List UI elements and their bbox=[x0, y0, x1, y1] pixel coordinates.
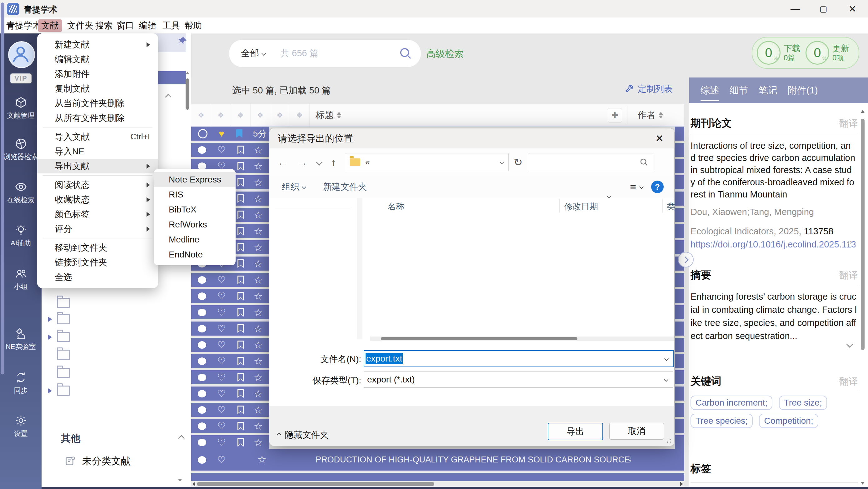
section-collapse-icon[interactable] bbox=[165, 94, 172, 100]
export-button[interactable]: 导出 bbox=[548, 423, 603, 440]
address-bar[interactable]: « bbox=[345, 153, 509, 171]
menu-item-del-current[interactable]: 从当前文件夹删除 bbox=[37, 96, 158, 111]
advanced-search-link[interactable]: 高级检索 bbox=[426, 48, 464, 60]
expand-arrow-icon[interactable] bbox=[48, 388, 52, 394]
keyword-chip[interactable]: Competition; bbox=[759, 414, 818, 428]
search-bar[interactable]: 全部 共 656 篇 bbox=[229, 39, 421, 67]
menu-item-attach[interactable]: 添加附件 bbox=[37, 66, 158, 81]
read-state-icon[interactable] bbox=[198, 129, 208, 139]
keyword-chip[interactable]: Carbon increment; bbox=[690, 396, 772, 410]
status-badges[interactable]: 0 % 下载 0篇 0 % 更新 0项 bbox=[752, 37, 859, 69]
menubar-item-literature[interactable]: 文献 bbox=[38, 19, 62, 32]
favorite-heart-icon[interactable]: ♡ bbox=[217, 275, 226, 285]
menu-item-export[interactable]: 导出文献 bbox=[37, 159, 158, 174]
list-row[interactable]: ♡ ☆ bbox=[191, 143, 269, 157]
list-row[interactable]: ♡ ☆ bbox=[191, 419, 269, 433]
favorite-heart-icon[interactable]: ♡ bbox=[217, 405, 226, 415]
sidebar-item-settings[interactable]: 设置 bbox=[0, 414, 41, 438]
menu-item-rating[interactable]: 评分 bbox=[37, 221, 158, 236]
sort-icons[interactable] bbox=[659, 112, 663, 118]
favorite-heart-icon[interactable]: ♡ bbox=[217, 308, 226, 317]
bookmark-icon[interactable] bbox=[236, 129, 243, 138]
star-icon[interactable]: ☆ bbox=[254, 389, 263, 399]
keyword-chip[interactable]: Tree size; bbox=[779, 396, 827, 410]
dialog-hscrollbar-thumb[interactable] bbox=[381, 337, 578, 340]
icon-column[interactable]: ❖ bbox=[230, 104, 251, 126]
star-icon[interactable]: ☆ bbox=[254, 145, 263, 155]
icon-column[interactable]: ❖ bbox=[250, 104, 270, 126]
bookmark-icon[interactable] bbox=[238, 146, 244, 154]
color-tag-column[interactable]: ❖ bbox=[191, 104, 211, 126]
list-row-fragment[interactable] bbox=[675, 305, 684, 319]
menu-item-copy[interactable]: 复制文献 bbox=[37, 81, 158, 96]
list-row-fragment[interactable] bbox=[675, 387, 684, 401]
icon-column[interactable]: ❖ bbox=[270, 104, 290, 126]
dialog-title-bar[interactable]: 请选择导出的位置 ✕ bbox=[269, 128, 674, 148]
list-row-fragment[interactable] bbox=[675, 126, 684, 141]
history-chevron-icon[interactable] bbox=[316, 159, 322, 165]
favorite-heart-icon[interactable]: ♡ bbox=[217, 145, 226, 155]
star-icon[interactable]: ☆ bbox=[254, 161, 263, 171]
menubar-item-folders[interactable]: 文件夹 bbox=[64, 19, 97, 32]
read-state-icon[interactable] bbox=[198, 309, 206, 316]
folder-scrollbar-thumb[interactable] bbox=[186, 79, 189, 110]
star-icon[interactable]: ☆ bbox=[254, 242, 263, 252]
menu-item-import[interactable]: 导入文献Ctrl+I bbox=[37, 129, 158, 144]
list-row-fragment[interactable] bbox=[675, 175, 684, 189]
bookmark-icon[interactable] bbox=[238, 194, 244, 203]
bookmark-icon[interactable] bbox=[238, 227, 244, 235]
sidebar-item-online-search[interactable]: 在线检索 bbox=[0, 180, 41, 205]
bookmark-icon[interactable] bbox=[238, 292, 244, 300]
list-row[interactable]: ♡ ☆ bbox=[191, 289, 269, 303]
star-icon[interactable]: ☆ bbox=[254, 356, 263, 366]
bookmark-icon[interactable] bbox=[238, 243, 244, 251]
column-type[interactable]: 类 bbox=[667, 201, 675, 212]
star-icon[interactable]: ☆ bbox=[254, 275, 263, 285]
filetype-dropdown-icon[interactable] bbox=[664, 377, 668, 382]
list-row-fragment[interactable] bbox=[675, 403, 684, 417]
menubar-item-search[interactable]: 搜索 bbox=[92, 19, 116, 32]
star-icon[interactable]: ☆ bbox=[254, 226, 263, 236]
submenu-bibtex[interactable]: BibTeX bbox=[154, 202, 236, 217]
folder-tree-row[interactable] bbox=[48, 368, 70, 378]
list-row[interactable]: ♡ ☆ bbox=[191, 370, 269, 384]
tab-details[interactable]: 细节 bbox=[730, 78, 748, 103]
star-icon[interactable]: ☆ bbox=[254, 372, 263, 383]
scroll-left-icon[interactable] bbox=[192, 482, 195, 486]
favorite-heart-icon[interactable]: ♥ bbox=[219, 129, 224, 139]
read-state-icon[interactable] bbox=[198, 162, 206, 170]
sidebar-item-ne-lab[interactable]: NE实验室 bbox=[0, 327, 41, 352]
submenu-ris[interactable]: RIS bbox=[154, 187, 236, 202]
view-mode-icon[interactable]: ≡ bbox=[630, 181, 636, 193]
read-state-icon[interactable] bbox=[198, 341, 206, 349]
scroll-up-icon[interactable] bbox=[186, 71, 189, 74]
read-state-icon[interactable] bbox=[198, 358, 206, 365]
bookmark-icon[interactable] bbox=[238, 162, 244, 170]
list-row-fragment[interactable] bbox=[675, 143, 684, 157]
star-icon[interactable]: ☆ bbox=[254, 421, 263, 431]
menubar-item-edit[interactable]: 编辑 bbox=[136, 19, 160, 32]
list-row[interactable]: ♡ ☆ bbox=[191, 305, 269, 319]
back-icon[interactable]: ← bbox=[277, 157, 288, 167]
list-scrollbar[interactable] bbox=[684, 104, 689, 487]
hide-folders-button[interactable]: 隐藏文件夹 bbox=[277, 429, 329, 441]
favorite-heart-icon[interactable]: ♡ bbox=[217, 438, 226, 447]
list-row-fragment[interactable] bbox=[675, 322, 684, 336]
star-icon[interactable]: ☆ bbox=[254, 437, 263, 448]
read-state-icon[interactable] bbox=[198, 390, 206, 397]
bookmark-icon[interactable] bbox=[238, 324, 244, 333]
view-mode-chevron-icon[interactable] bbox=[639, 185, 644, 189]
customize-list-button[interactable]: 定制列表 bbox=[624, 83, 673, 95]
sidebar-item-sync[interactable]: 同步 bbox=[0, 371, 41, 395]
menubar-item-tools[interactable]: 工具 bbox=[159, 19, 183, 32]
favorite-heart-icon[interactable]: ♡ bbox=[217, 357, 226, 366]
list-row-fragment[interactable] bbox=[675, 159, 684, 173]
list-row[interactable]: ♡ ☆ bbox=[191, 322, 269, 336]
translate-link[interactable]: 翻译 bbox=[839, 117, 858, 130]
favorite-heart-icon[interactable]: ♡ bbox=[217, 455, 226, 465]
star-icon[interactable]: ☆ bbox=[254, 340, 263, 350]
menu-item-fav-state[interactable]: 收藏状态 bbox=[37, 192, 158, 207]
translate-link[interactable]: 翻译 bbox=[839, 269, 858, 282]
read-state-icon[interactable] bbox=[198, 325, 206, 332]
list-row-fragment[interactable] bbox=[675, 370, 684, 384]
